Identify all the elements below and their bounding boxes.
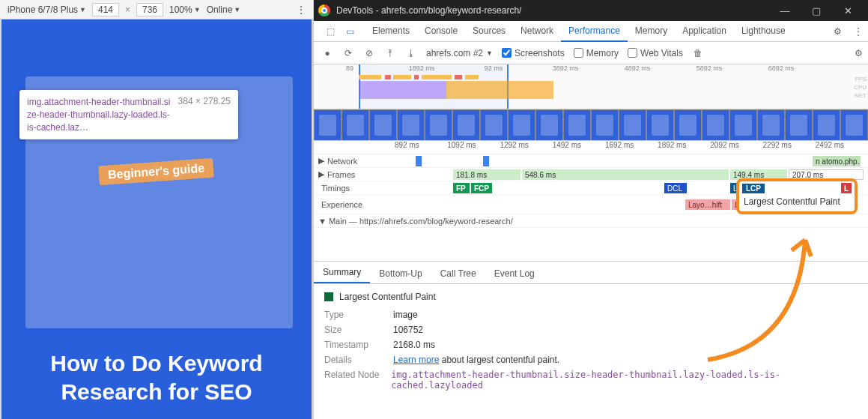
minimize-button[interactable]: — xyxy=(769,0,801,21)
throttle-select[interactable]: Online▼ xyxy=(207,4,241,15)
times-separator: × xyxy=(125,4,130,15)
ov-tick: 6892 ms xyxy=(745,64,817,75)
devtools-toolbar: ⬚ ▭ Elements Console Sources Network Per… xyxy=(314,21,868,42)
viewport: ahrefsblog Beginner's guide How to Do Ke… xyxy=(0,19,313,419)
tab-console[interactable]: Console xyxy=(417,21,465,42)
tab-elements[interactable]: Elements xyxy=(365,21,417,42)
panel-settings-icon[interactable]: ⚙ xyxy=(849,48,868,58)
row-network[interactable]: ▶Network n atomo.php… xyxy=(314,154,868,168)
window-titlebar: DevTools - ahrefs.com/blog/keyword-resea… xyxy=(314,0,868,21)
height-input[interactable]: 736 xyxy=(136,3,163,16)
overview-strip[interactable]: 89 1892 ms 92 ms 3892 ms 4892 ms 5892 ms… xyxy=(314,64,868,109)
device-toggle-icon[interactable]: ▭ xyxy=(341,26,359,37)
tooltip-dimensions: 384 × 278.25 xyxy=(178,96,231,133)
device-toolbar: iPhone 6/7/8 Plus▼ 414 × 736 100%▼ Onlin… xyxy=(0,0,313,19)
tab-sources[interactable]: Sources xyxy=(465,21,513,42)
inspect-icon[interactable]: ⬚ xyxy=(321,26,339,37)
tab-lighthouse[interactable]: Lighthouse xyxy=(734,21,793,42)
request-atomo[interactable]: n atomo.php… xyxy=(813,156,861,166)
width-input[interactable]: 414 xyxy=(92,3,119,16)
webvitals-checkbox[interactable]: Web Vitals xyxy=(628,48,683,58)
zoom-select[interactable]: 100%▼ xyxy=(169,4,201,15)
tab-memory[interactable]: Memory xyxy=(628,21,675,42)
page-title: How to Do Keyword Research for SEO xyxy=(1,349,312,406)
ov-tick: 4892 ms xyxy=(601,64,673,75)
chevron-down-icon: ▼ xyxy=(234,6,240,13)
panel-tabs: Elements Console Sources Network Perform… xyxy=(365,21,793,42)
lcp-marker-icon: L xyxy=(841,183,852,193)
chevron-down-icon: ▼ xyxy=(194,6,201,13)
stab-eventlog[interactable]: Event Log xyxy=(485,264,544,283)
stab-summary[interactable]: Summary xyxy=(314,262,370,283)
tab-performance[interactable]: Performance xyxy=(561,21,628,42)
timeline-ruler: 892 ms1092 ms1292 ms1492 ms1692 ms1892 m… xyxy=(314,141,868,154)
overview-area xyxy=(359,81,846,99)
settings-icon[interactable]: ⚙ xyxy=(828,26,847,37)
window-title: DevTools - ahrefs.com/blog/keyword-resea… xyxy=(336,5,769,16)
lcp-tooltip-label: Largest Contentful Paint xyxy=(742,193,852,210)
overview-metrics: FPSCPUNET xyxy=(854,75,867,100)
related-node-link[interactable]: img.attachment-header-thumbnail.size-hea… xyxy=(391,370,858,391)
record-icon[interactable]: ● xyxy=(321,48,333,58)
tab-network[interactable]: Network xyxy=(513,21,561,42)
upload-icon[interactable]: ⭱ xyxy=(384,48,396,58)
element-tooltip: imgimg.attachment-header-thumbnail.size-… xyxy=(19,90,238,139)
stab-calltree[interactable]: Call Tree xyxy=(431,264,485,283)
lcp-badge: LCP xyxy=(742,184,765,193)
rendered-page[interactable]: ahrefsblog Beginner's guide How to Do Ke… xyxy=(1,19,312,419)
kebab-icon[interactable]: ⋮ xyxy=(849,26,868,37)
color-swatch xyxy=(324,292,333,301)
clear-icon[interactable]: ⊘ xyxy=(363,48,375,58)
ov-tick: 5892 ms xyxy=(673,64,745,75)
device-select[interactable]: iPhone 6/7/8 Plus▼ xyxy=(7,4,86,15)
device-preview-pane: iPhone 6/7/8 Plus▼ 414 × 736 100%▼ Onlin… xyxy=(0,0,314,419)
chevron-down-icon: ▼ xyxy=(79,6,86,13)
kebab-icon[interactable]: ⋮ xyxy=(297,4,306,15)
chrome-icon xyxy=(318,4,330,16)
stab-bottomup[interactable]: Bottom-Up xyxy=(370,264,431,283)
filmstrip-thumb[interactable] xyxy=(314,109,342,141)
ov-tick: 3892 ms xyxy=(529,64,601,75)
learn-more-link[interactable]: Learn more xyxy=(393,355,439,365)
filmstrip[interactable] xyxy=(314,109,868,141)
close-button[interactable]: ✕ xyxy=(832,0,864,21)
maximize-button[interactable]: ▢ xyxy=(801,0,832,21)
recording-select[interactable]: ahrefs.com #2▼ xyxy=(426,48,493,58)
annotation-arrow xyxy=(693,225,828,367)
tooltip-selector: imgimg.attachment-header-thumbnail.size-… xyxy=(27,96,171,133)
tab-application[interactable]: Application xyxy=(675,21,734,42)
download-icon[interactable]: ⭳ xyxy=(405,48,417,58)
trash-icon[interactable]: 🗑 xyxy=(692,48,704,58)
memory-checkbox[interactable]: Memory xyxy=(574,48,619,58)
screenshots-checkbox[interactable]: Screenshots xyxy=(502,48,565,58)
performance-toolbar: ● ⟳ ⊘ ⭱ ⭳ ahrefs.com #2▼ Screenshots Mem… xyxy=(314,42,868,64)
details-title: Largest Contentful Paint xyxy=(339,292,436,302)
lcp-callout: LCP L Largest Contentful Paint xyxy=(736,178,858,214)
reload-icon[interactable]: ⟳ xyxy=(342,48,354,58)
